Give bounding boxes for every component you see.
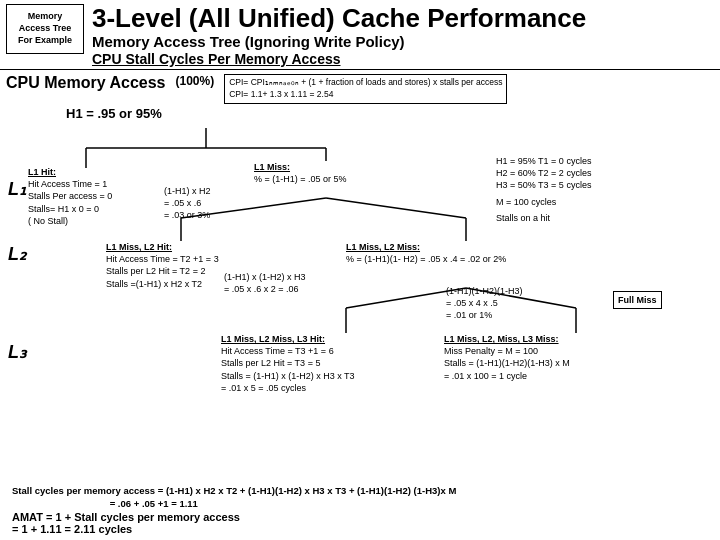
right-info-line1: H1 = 95% T1 = 0 cycles bbox=[496, 155, 591, 167]
l1-h2-val-line2: = .05 x .6 x 2 = .06 bbox=[224, 283, 306, 295]
l1-miss-l2-miss-l3-hit-line1: Hit Access Time = T3 +1 = 6 bbox=[221, 345, 355, 357]
l3-label: L₃ bbox=[8, 341, 26, 363]
l1-h1h2h3-line3: = .01 or 1% bbox=[446, 309, 523, 321]
l2-label: L₂ bbox=[8, 243, 26, 265]
l1-hit-title: L1 Hit: bbox=[28, 166, 112, 178]
memory-access-label: Memory Access Tree For Example bbox=[6, 4, 84, 54]
l1-h2-val-node: (1-H1) x (1-H2) x H3 = .05 x .6 x 2 = .0… bbox=[224, 271, 306, 295]
main-content: CPU Memory Access (100%) CPI= CPI₁ₙₘₙₐₑ₀… bbox=[0, 70, 720, 539]
l1-miss-l2-miss-l3-miss-title: L1 Miss, L2, Miss, L3 Miss: bbox=[444, 333, 570, 345]
l1-h2-line3: = .03 or 3% bbox=[164, 209, 211, 221]
l1-miss-l2-hit-line1: Hit Access Time = T2 +1 = 3 bbox=[106, 253, 219, 265]
l1-miss-l2-miss-formula: % = (1-H1)(1- H2) = .05 x .4 = .02 or 2% bbox=[346, 253, 506, 265]
l1-miss-l2-miss-l3-hit-line2: Stalls per L2 Hit = T3 = 5 bbox=[221, 357, 355, 369]
l1-label: L₁ bbox=[8, 178, 26, 200]
main-title: 3-Level (All Unified) Cache Performance bbox=[92, 4, 714, 33]
cpu-line: CPU Memory Access (100%) CPI= CPI₁ₙₘₙₐₑ₀… bbox=[6, 74, 714, 104]
header-text: 3-Level (All Unified) Cache Performance … bbox=[84, 4, 714, 67]
l1-h2-val-line1: (1-H1) x (1-H2) x H3 bbox=[224, 271, 306, 283]
right-info-line2: H2 = 60% T2 = 2 cycles bbox=[496, 167, 591, 179]
sub-title2: CPU Stall Cycles Per Memory Access bbox=[92, 51, 714, 68]
cpu-pct: (100%) bbox=[175, 74, 214, 88]
stall-formula2: = .06 + .05 +1 = 1.11 bbox=[110, 498, 198, 509]
stall-label: Stall cycles per memory access bbox=[12, 485, 155, 496]
stall-line2: = .06 + .05 +1 = 1.11 bbox=[6, 498, 714, 509]
h1-line: H1 = .95 or 95% bbox=[66, 106, 714, 121]
stall-line1: Stall cycles per memory access = (1-H1) … bbox=[6, 485, 714, 496]
right-info-node: H1 = 95% T1 = 0 cycles H2 = 60% T2 = 2 c… bbox=[496, 155, 591, 224]
cpi-line2: CPI= 1.1+ 1.3 x 1.11 = 2.54 bbox=[229, 89, 502, 101]
l1-miss-l2-hit-node: L1 Miss, L2 Hit: Hit Access Time = T2 +1… bbox=[106, 241, 219, 290]
amat-section: AMAT = 1 + Stall cycles per memory acces… bbox=[6, 511, 714, 535]
l1-miss-l2-hit-title: L1 Miss, L2 Hit: bbox=[106, 241, 219, 253]
amat-line1: AMAT = 1 + Stall cycles per memory acces… bbox=[12, 511, 708, 523]
l1-miss-l2-miss-l3-miss-line1: Miss Penalty = M = 100 bbox=[444, 345, 570, 357]
page-container: Memory Access Tree For Example 3-Level (… bbox=[0, 0, 720, 540]
sub-title: Memory Access Tree (Ignoring Write Polic… bbox=[92, 33, 714, 51]
l1-h2-line1: (1-H1) x H2 bbox=[164, 185, 211, 197]
l1-miss-label: L1 Miss: bbox=[254, 161, 347, 173]
right-info-line6: Stalls on a hit bbox=[496, 212, 591, 224]
cpi-line1: CPI= CPI₁ₙₘₙₐₑ₀ₙ + (1 + fraction of load… bbox=[229, 77, 502, 89]
right-info-line3: H3 = 50% T3 = 5 cycles bbox=[496, 179, 591, 191]
l1-hit-line1: Hit Access Time = 1 bbox=[28, 178, 112, 190]
l1-miss-formula: % = (1-H1) = .05 or 5% bbox=[254, 173, 347, 185]
l1-miss-l2-hit-line3: Stalls =(1-H1) x H2 x T2 bbox=[106, 278, 219, 290]
amat-line2: = 1 + 1.11 = 2.11 cycles bbox=[12, 523, 708, 535]
l1-miss-l2-miss-label: L1 Miss, L2 Miss: bbox=[346, 241, 506, 253]
l1-miss-l2-miss-l3-miss-node: L1 Miss, L2, Miss, L3 Miss: Miss Penalty… bbox=[444, 333, 570, 382]
l1-hit-line2: Stalls Per access = 0 bbox=[28, 190, 112, 202]
l1-miss-l2-miss-l3-miss-line3: = .01 x 100 = 1 cycle bbox=[444, 370, 570, 382]
l1-miss-l2-miss-l3-hit-line3: Stalls = (1-H1) x (1-H2) x H3 x T3 bbox=[221, 370, 355, 382]
svg-line-7 bbox=[326, 198, 466, 218]
l1-miss-l2-miss-l3-hit-line4: = .01 x 5 = .05 cycles bbox=[221, 382, 355, 394]
l1-h1h2h3-node: (1-H1)(1-H2)(1-H3) = .05 x 4 x .5 = .01 … bbox=[446, 285, 523, 321]
l1-miss-l2-miss-l3-hit-node: L1 Miss, L2 Miss, L3 Hit: Hit Access Tim… bbox=[221, 333, 355, 394]
l1-miss-l2-miss-node: L1 Miss, L2 Miss: % = (1-H1)(1- H2) = .0… bbox=[346, 241, 506, 265]
tree-container: L₁ L1 Hit: Hit Access Time = 1 Stalls Pe… bbox=[6, 123, 714, 483]
l1-hit-node: L1 Hit: Hit Access Time = 1 Stalls Per a… bbox=[28, 166, 112, 227]
cpu-label: CPU Memory Access bbox=[6, 74, 165, 92]
l1-hit-line3: Stalls= H1 x 0 = 0 bbox=[28, 203, 112, 215]
l1-miss-l2-hit-line2: Stalls per L2 Hit = T2 = 2 bbox=[106, 265, 219, 277]
l1-hit-line4: ( No Stall) bbox=[28, 215, 112, 227]
full-miss-box: Full Miss bbox=[613, 291, 662, 309]
l1-h2-node: (1-H1) x H2 = .05 x .6 = .03 or 3% bbox=[164, 185, 211, 221]
cpi-box: CPI= CPI₁ₙₘₙₐₑ₀ₙ + (1 + fraction of load… bbox=[224, 74, 507, 104]
right-info-line5: M = 100 cycles bbox=[496, 196, 591, 208]
l1-miss-l2-miss-l3-miss-line2: Stalls = (1-H1)(1-H2)(1-H3) x M bbox=[444, 357, 570, 369]
l1-h1h2h3-line2: = .05 x 4 x .5 bbox=[446, 297, 523, 309]
stall-formula: = (1-H1) x H2 x T2 + (1-H1)(1-H2) x H3 x… bbox=[158, 485, 457, 496]
header-section: Memory Access Tree For Example 3-Level (… bbox=[0, 0, 720, 70]
l1-h2-line2: = .05 x .6 bbox=[164, 197, 211, 209]
l1-h1h2h3-line1: (1-H1)(1-H2)(1-H3) bbox=[446, 285, 523, 297]
l1-miss-node: L1 Miss: % = (1-H1) = .05 or 5% bbox=[254, 161, 347, 185]
l1-miss-l2-miss-l3-hit-title: L1 Miss, L2 Miss, L3 Hit: bbox=[221, 333, 355, 345]
